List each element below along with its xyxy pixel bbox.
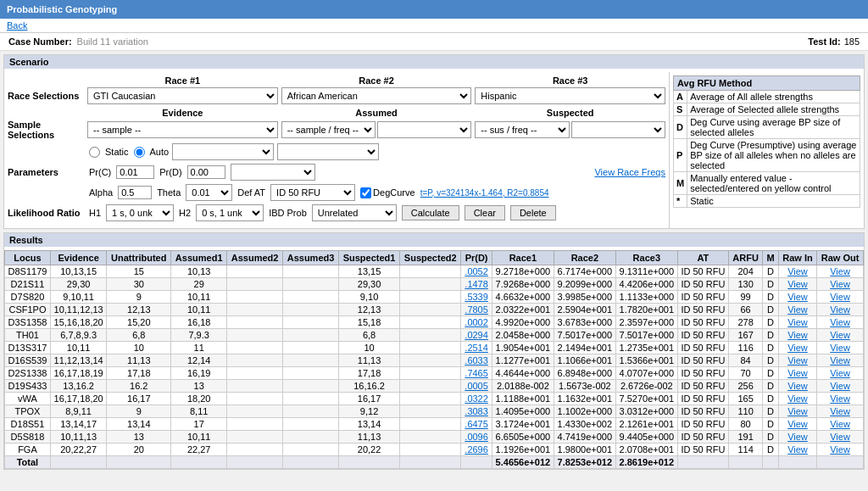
prd-cell[interactable]: .0096 (461, 431, 492, 444)
raw-out-cell[interactable]: View (817, 278, 864, 291)
prd-cell[interactable]: .0294 (461, 329, 492, 342)
suspected-sample-select1[interactable]: -- sus / freq -- (475, 121, 569, 138)
suspected1-cell: 12,13 (338, 304, 399, 316)
prd-cell[interactable]: .5339 (461, 291, 492, 304)
degcurve-checkbox[interactable] (360, 187, 371, 198)
prd-input[interactable] (187, 165, 225, 179)
evidence-sample-select[interactable]: -- sample -- (87, 121, 278, 138)
prd-cell[interactable]: .2696 (461, 444, 492, 456)
m-cell: D (763, 354, 779, 367)
race2-cell: 7.8253e+012 (554, 456, 615, 469)
theta-select[interactable]: 0.01 (186, 184, 232, 201)
prd-cell[interactable]: .7805 (461, 304, 492, 316)
prd-cell[interactable]: .0322 (461, 393, 492, 405)
raw-in-cell[interactable]: View (778, 444, 816, 456)
raw-out-cell[interactable]: View (817, 304, 864, 316)
raw-in-cell[interactable] (778, 456, 816, 469)
evidence-header: Evidence (87, 108, 278, 118)
delete-button[interactable]: Delete (510, 205, 556, 220)
prd-cell[interactable]: .6033 (461, 354, 492, 367)
race2-cell: 6.7174e+000 (554, 265, 615, 278)
assumed2-cell (227, 456, 283, 469)
col-race2: Race2 (554, 251, 615, 265)
degcurve-checkbox-label[interactable]: DegCurve (360, 187, 415, 198)
raw-out-cell[interactable]: View (817, 405, 864, 418)
raw-in-cell[interactable]: View (778, 405, 816, 418)
assumed-sample-select2[interactable] (377, 121, 471, 138)
raw-in-cell[interactable]: View (778, 418, 816, 431)
raw-out-cell[interactable]: View (817, 367, 864, 380)
raw-in-cell[interactable]: View (778, 431, 816, 444)
at-cell: ID 50 RFU (677, 265, 728, 278)
assumed-sample-select1[interactable]: -- sample / freq -- (281, 121, 376, 138)
static-radio[interactable] (89, 147, 100, 158)
prc-input[interactable] (116, 165, 154, 179)
raw-in-cell[interactable]: View (778, 342, 816, 354)
rfu-key-m: M (674, 172, 687, 195)
prd-select[interactable] (231, 164, 315, 181)
prd-cell[interactable]: .6475 (461, 418, 492, 431)
raw-in-cell[interactable]: View (778, 304, 816, 316)
h1-select[interactable]: 1 s, 0 unk (106, 204, 174, 221)
view-race-freqs-link[interactable]: View Race Freqs (594, 167, 665, 177)
raw-in-cell[interactable]: View (778, 291, 816, 304)
m-cell: D (763, 342, 779, 354)
raw-in-cell[interactable]: View (778, 367, 816, 380)
rfu-desc-s: Average of Selected allele strengths (687, 103, 860, 116)
ibd-select[interactable]: Unrelated (312, 204, 397, 221)
raw-out-cell[interactable]: View (817, 329, 864, 342)
raw-out-cell[interactable]: View (817, 380, 864, 393)
race2-select[interactable]: African American (281, 87, 472, 104)
raw-in-cell[interactable]: View (778, 316, 816, 329)
raw-out-cell[interactable]: View (817, 418, 864, 431)
col-suspected2: Suspected2 (400, 251, 461, 265)
prd-cell[interactable]: .3083 (461, 405, 492, 418)
assumed3-cell (283, 431, 339, 444)
prd-cell[interactable]: .1478 (461, 278, 492, 291)
suspected-sample-select2[interactable] (571, 121, 665, 138)
test-id-value: 185 (844, 36, 860, 47)
static-radio-label[interactable]: Static (87, 147, 129, 158)
raw-out-cell[interactable] (817, 456, 864, 469)
assumed1-cell (171, 456, 227, 469)
auto-select2[interactable] (277, 143, 379, 160)
suspected2-cell (400, 291, 461, 304)
assumed1-cell: 11 (171, 342, 227, 354)
auto-radio-label[interactable]: Auto (132, 147, 170, 158)
prd-cell[interactable] (461, 456, 492, 469)
prd-cell[interactable]: .0005 (461, 380, 492, 393)
auto-radio[interactable] (134, 147, 145, 158)
race3-select[interactable]: Hispanic (475, 87, 665, 104)
prd-cell[interactable]: .0002 (461, 316, 492, 329)
raw-in-cell[interactable]: View (778, 278, 816, 291)
raw-out-cell[interactable]: View (817, 431, 864, 444)
h2-select[interactable]: 0 s, 1 unk (196, 204, 264, 221)
raw-in-cell[interactable]: View (778, 329, 816, 342)
race1-select[interactable]: GTI Caucasian (87, 87, 278, 104)
suspected1-cell: 20,22 (338, 444, 399, 456)
raw-out-cell[interactable]: View (817, 291, 864, 304)
auto-select[interactable] (172, 143, 274, 160)
raw-in-cell[interactable]: View (778, 265, 816, 278)
raw-in-cell[interactable]: View (778, 393, 816, 405)
degcurve-link[interactable]: t=P, v=324134x-1.464, R2=0.8854 (420, 188, 549, 198)
col-prd: Pr(D) (461, 251, 492, 265)
prd-cell[interactable]: .7465 (461, 367, 492, 380)
raw-out-cell[interactable]: View (817, 354, 864, 367)
arfu-cell (728, 456, 762, 469)
prd-cell[interactable]: .0052 (461, 265, 492, 278)
raw-out-cell[interactable]: View (817, 393, 864, 405)
raw-out-cell[interactable]: View (817, 265, 864, 278)
raw-out-cell[interactable]: View (817, 316, 864, 329)
rfu-desc-d: Deg Curve using average BP size of selec… (687, 116, 860, 139)
raw-in-cell[interactable]: View (778, 380, 816, 393)
clear-button[interactable]: Clear (465, 205, 505, 220)
back-link[interactable]: Back (0, 19, 868, 32)
raw-in-cell[interactable]: View (778, 354, 816, 367)
prd-cell[interactable]: .2514 (461, 342, 492, 354)
alpha-input[interactable] (118, 186, 152, 199)
raw-out-cell[interactable]: View (817, 444, 864, 456)
raw-out-cell[interactable]: View (817, 342, 864, 354)
calculate-button[interactable]: Calculate (402, 205, 459, 220)
def-at-select[interactable]: ID 50 RFU (270, 184, 355, 201)
